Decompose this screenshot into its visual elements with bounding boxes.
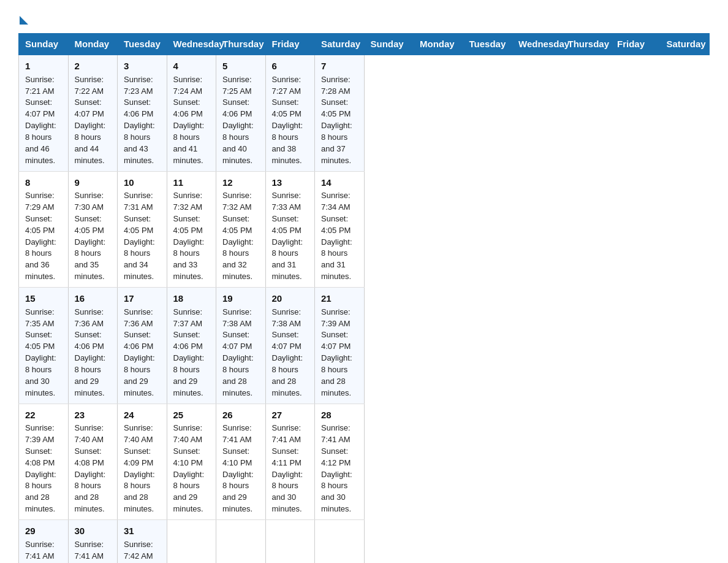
day-sunrise: Sunrise: 7:42 AM [124,540,153,561]
calendar-day-6: 6Sunrise: 7:27 AMSunset: 4:05 PMDaylight… [265,55,315,171]
calendar-day-17: 17Sunrise: 7:36 AMSunset: 4:06 PMDayligh… [118,288,167,404]
calendar-empty-cell [167,520,216,564]
day-daylight: Daylight: 8 hoursand 28 minutes. [25,470,56,514]
day-daylight: Daylight: 8 hoursand 29 minutes. [124,353,155,397]
calendar-day-12: 12Sunrise: 7:32 AMSunset: 4:05 PMDayligh… [216,171,266,288]
day-sunset: Sunset: 4:05 PM [25,330,55,351]
day-sunset: Sunset: 4:07 PM [272,330,301,351]
day-number: 6 [272,59,309,73]
day-number: 15 [25,292,62,305]
day-sunset: Sunset: 4:05 PM [321,214,351,235]
header-thursday: Thursday [561,34,611,55]
day-sunset: Sunset: 4:06 PM [75,330,104,351]
day-sunset: Sunset: 4:05 PM [272,98,301,118]
day-sunrise: Sunrise: 7:39 AM [25,423,55,444]
day-number: 10 [124,176,161,190]
header-saturday: Saturday [660,34,710,55]
day-of-week-thursday: Thursday [216,34,266,55]
header-wednesday: Wednesday [512,34,562,55]
day-number: 20 [272,292,309,305]
day-number: 14 [321,176,358,190]
calendar-day-10: 10Sunrise: 7:31 AMSunset: 4:05 PMDayligh… [118,171,167,288]
day-sunrise: Sunrise: 7:24 AM [173,75,203,96]
day-daylight: Daylight: 8 hoursand 38 minutes. [272,121,303,165]
day-sunrise: Sunrise: 7:28 AM [321,75,351,96]
day-of-week-monday: Monday [68,34,118,55]
day-sunrise: Sunrise: 7:30 AM [75,191,104,212]
day-sunset: Sunset: 4:05 PM [124,214,153,235]
calendar-table: SundayMondayTuesdayWednesdayThursdayFrid… [18,33,710,563]
day-daylight: Daylight: 8 hoursand 41 minutes. [173,121,205,165]
day-sunset: Sunset: 4:12 PM [321,446,351,467]
day-of-week-tuesday: Tuesday [118,34,167,55]
day-daylight: Daylight: 8 hoursand 28 minutes. [321,353,352,397]
day-sunrise: Sunrise: 7:38 AM [272,307,301,328]
day-number: 5 [222,59,259,73]
calendar-day-3: 3Sunrise: 7:23 AMSunset: 4:06 PMDaylight… [118,55,167,171]
calendar-week-row: 8Sunrise: 7:29 AMSunset: 4:05 PMDaylight… [19,171,710,288]
day-daylight: Daylight: 8 hoursand 33 minutes. [173,237,205,282]
day-number: 17 [124,292,161,305]
day-of-week-sunday: Sunday [19,34,69,55]
day-sunset: Sunset: 4:05 PM [75,214,104,235]
day-sunrise: Sunrise: 7:25 AM [222,75,252,96]
day-daylight: Daylight: 8 hoursand 29 minutes. [173,353,205,397]
day-number: 8 [25,176,62,190]
day-sunset: Sunset: 4:11 PM [272,446,301,467]
day-sunrise: Sunrise: 7:32 AM [173,191,203,212]
day-of-week-saturday: Saturday [315,34,365,55]
calendar-day-13: 13Sunrise: 7:33 AMSunset: 4:05 PMDayligh… [265,171,315,288]
calendar-day-16: 16Sunrise: 7:36 AMSunset: 4:06 PMDayligh… [68,288,118,404]
calendar-day-29: 29Sunrise: 7:41 AMSunset: 4:13 PMDayligh… [19,520,69,564]
calendar-day-31: 31Sunrise: 7:42 AMSunset: 4:14 PMDayligh… [118,520,167,564]
day-sunrise: Sunrise: 7:22 AM [75,75,104,96]
day-number: 31 [124,524,161,538]
day-daylight: Daylight: 8 hoursand 43 minutes. [124,121,155,165]
calendar-day-30: 30Sunrise: 7:41 AMSunset: 4:13 PMDayligh… [68,520,118,564]
day-number: 3 [124,59,161,73]
day-sunset: Sunset: 4:05 PM [321,98,351,118]
header-friday: Friday [611,34,661,55]
day-sunset: Sunset: 4:05 PM [25,214,55,235]
day-number: 28 [321,408,358,422]
calendar-day-4: 4Sunrise: 7:24 AMSunset: 4:06 PMDaylight… [167,55,216,171]
logo-triangle-icon [20,16,28,25]
day-daylight: Daylight: 8 hoursand 37 minutes. [321,121,352,165]
day-sunset: Sunset: 4:10 PM [173,446,203,467]
day-number: 22 [25,408,62,422]
day-daylight: Daylight: 8 hoursand 28 minutes. [124,470,155,514]
day-number: 24 [124,408,161,422]
day-sunrise: Sunrise: 7:41 AM [75,540,104,561]
day-daylight: Daylight: 8 hoursand 32 minutes. [222,237,254,282]
day-sunset: Sunset: 4:06 PM [173,330,203,351]
logo [18,12,28,22]
day-number: 21 [321,292,358,305]
calendar-day-7: 7Sunrise: 7:28 AMSunset: 4:05 PMDaylight… [315,55,365,171]
header-sunday: Sunday [364,34,414,55]
calendar-week-row: 1Sunrise: 7:21 AMSunset: 4:07 PMDaylight… [19,55,710,171]
day-daylight: Daylight: 8 hoursand 29 minutes. [173,470,205,514]
calendar-day-2: 2Sunrise: 7:22 AMSunset: 4:07 PMDaylight… [68,55,118,171]
day-sunset: Sunset: 4:05 PM [222,214,252,235]
calendar-day-21: 21Sunrise: 7:39 AMSunset: 4:07 PMDayligh… [315,288,365,404]
calendar-day-27: 27Sunrise: 7:41 AMSunset: 4:11 PMDayligh… [265,404,315,520]
day-sunset: Sunset: 4:10 PM [222,446,252,467]
day-number: 4 [173,59,210,73]
day-daylight: Daylight: 8 hoursand 30 minutes. [321,470,352,514]
day-daylight: Daylight: 8 hoursand 28 minutes. [272,353,303,397]
calendar-day-24: 24Sunrise: 7:40 AMSunset: 4:09 PMDayligh… [118,404,167,520]
page-header [18,12,710,22]
day-daylight: Daylight: 8 hoursand 40 minutes. [222,121,254,165]
day-sunrise: Sunrise: 7:37 AM [173,307,203,328]
day-number: 19 [222,292,259,305]
day-number: 29 [25,524,62,538]
day-daylight: Daylight: 8 hoursand 30 minutes. [25,353,56,397]
day-daylight: Daylight: 8 hoursand 28 minutes. [75,470,106,514]
day-daylight: Daylight: 8 hoursand 31 minutes. [321,237,352,282]
day-daylight: Daylight: 8 hoursand 30 minutes. [272,470,303,514]
calendar-day-1: 1Sunrise: 7:21 AMSunset: 4:07 PMDaylight… [19,55,69,171]
day-number: 30 [75,524,112,538]
day-sunrise: Sunrise: 7:40 AM [75,423,104,444]
day-sunset: Sunset: 4:06 PM [124,330,153,351]
day-daylight: Daylight: 8 hoursand 35 minutes. [75,237,106,282]
